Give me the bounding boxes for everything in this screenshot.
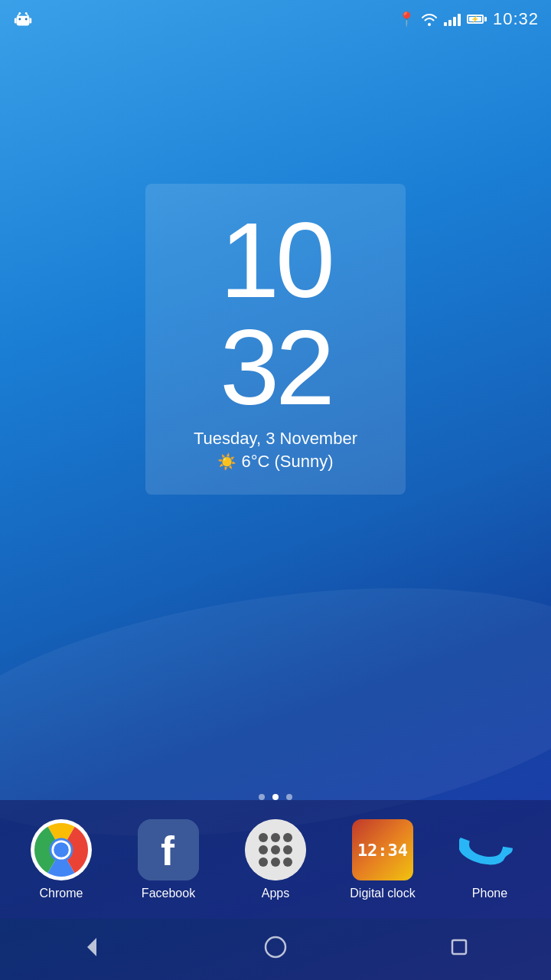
- clock-minute: 32: [176, 314, 375, 421]
- svg-marker-27: [87, 938, 96, 956]
- recent-button[interactable]: [439, 927, 479, 972]
- apps-app[interactable]: Apps: [230, 819, 321, 900]
- page-indicators: [0, 794, 551, 800]
- status-left: [12, 8, 34, 30]
- svg-point-3: [18, 18, 21, 21]
- svg-point-16: [259, 833, 268, 842]
- dock: Chrome f Facebook: [0, 800, 551, 919]
- facebook-app[interactable]: f Facebook: [122, 819, 214, 900]
- page-dot-3[interactable]: [286, 794, 292, 800]
- svg-point-23: [271, 858, 280, 867]
- sun-icon: ☀️: [217, 452, 236, 471]
- facebook-icon: f: [138, 819, 199, 880]
- chrome-app[interactable]: Chrome: [15, 819, 107, 900]
- clock-hour: 10: [176, 207, 375, 314]
- svg-point-7: [18, 12, 21, 15]
- svg-point-4: [25, 18, 28, 21]
- nav-bar: [0, 919, 551, 980]
- clock-weather: ☀️ 6°C (Sunny): [176, 452, 375, 472]
- digital-clock-app[interactable]: 12:34 Digital clock: [337, 819, 429, 900]
- svg-rect-0: [17, 16, 30, 26]
- page-dot-1[interactable]: [259, 794, 265, 800]
- chrome-label: Chrome: [40, 887, 83, 900]
- digital-clock-label: Digital clock: [350, 887, 415, 900]
- phone-app[interactable]: Phone: [444, 819, 536, 900]
- status-bar: 📍 ⚡ 10:32: [0, 0, 551, 38]
- chrome-icon: [31, 819, 92, 880]
- svg-rect-1: [15, 18, 17, 24]
- svg-text:12:34: 12:34: [357, 841, 408, 860]
- svg-text:f: f: [161, 828, 175, 874]
- clock-widget[interactable]: 10 32 Tuesday, 3 November ☀️ 6°C (Sunny): [145, 184, 406, 495]
- clock-date: Tuesday, 3 November: [176, 429, 375, 449]
- signal-icon: [444, 12, 461, 26]
- temperature-label: 6°C (Sunny): [241, 452, 333, 472]
- svg-point-17: [271, 833, 280, 842]
- svg-point-12: [54, 842, 69, 858]
- home-button[interactable]: [256, 927, 295, 972]
- phone-icon: [459, 819, 520, 880]
- wifi-icon: [421, 12, 438, 26]
- battery-icon: ⚡: [467, 15, 487, 24]
- apps-label: Apps: [262, 887, 289, 900]
- svg-point-19: [259, 845, 268, 854]
- svg-point-21: [283, 845, 292, 854]
- svg-rect-2: [29, 18, 31, 24]
- svg-point-8: [25, 12, 28, 15]
- status-time: 10:32: [493, 9, 539, 29]
- page-dot-2[interactable]: [272, 794, 279, 800]
- svg-point-28: [266, 937, 285, 957]
- back-button[interactable]: [72, 927, 112, 972]
- location-icon: 📍: [398, 11, 415, 28]
- android-icon: [12, 8, 34, 30]
- svg-rect-29: [452, 940, 466, 954]
- status-right: 📍 ⚡ 10:32: [398, 9, 539, 29]
- svg-point-24: [283, 858, 292, 867]
- digital-clock-icon: 12:34: [352, 819, 413, 880]
- svg-point-22: [259, 858, 268, 867]
- svg-point-18: [283, 833, 292, 842]
- apps-icon: [245, 819, 306, 880]
- facebook-label: Facebook: [142, 887, 195, 900]
- svg-point-20: [271, 845, 280, 854]
- phone-label: Phone: [472, 887, 507, 900]
